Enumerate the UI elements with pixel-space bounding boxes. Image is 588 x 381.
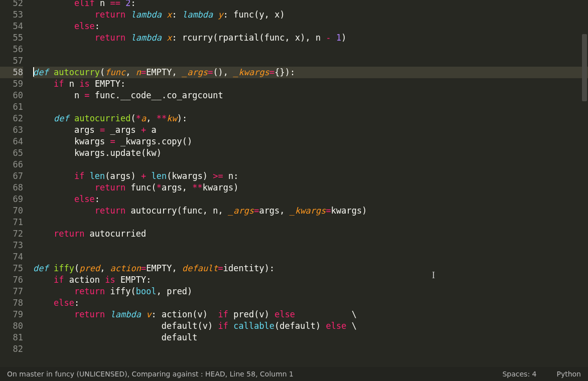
line-number[interactable]: 75 [0, 263, 23, 274]
code-line[interactable]: def iffy(pred, action=EMPTY, default=ide… [33, 263, 588, 274]
token: n [33, 90, 84, 100]
code-line[interactable]: return autocurry(func, n, _args=args, _k… [33, 205, 588, 217]
line-number[interactable]: 52 [0, 0, 23, 9]
line-number[interactable]: 65 [0, 147, 23, 159]
token [105, 309, 110, 319]
token: == [110, 0, 120, 8]
code-line[interactable]: kwargs.update(kw) [33, 147, 588, 159]
token: pred [79, 263, 100, 273]
line-number[interactable]: 55 [0, 32, 23, 44]
token: = [84, 90, 89, 100]
token: n: [223, 171, 239, 181]
line-number[interactable]: 73 [0, 240, 23, 251]
token [125, 33, 130, 43]
line-number[interactable]: 68 [0, 182, 23, 194]
line-number[interactable]: 72 [0, 228, 23, 240]
line-number[interactable]: 56 [0, 44, 23, 55]
text-caret-icon: I [432, 270, 435, 281]
code-line[interactable]: if n is EMPTY: [33, 78, 588, 90]
line-number[interactable]: 77 [0, 286, 23, 297]
code-area[interactable]: 5152535455565758596061626364656667686970… [0, 0, 588, 367]
token: else [54, 298, 74, 308]
status-spaces[interactable]: Spaces: 4 [502, 368, 536, 380]
code-line[interactable]: else: [33, 21, 588, 32]
line-number[interactable]: 74 [0, 251, 23, 263]
line-number[interactable]: 60 [0, 90, 23, 101]
line-number[interactable]: 62 [0, 113, 23, 124]
line-number[interactable]: 69 [0, 194, 23, 205]
code-line[interactable] [33, 240, 588, 251]
line-number[interactable]: 53 [0, 9, 23, 21]
scrollbar-thumb[interactable] [582, 34, 587, 101]
code-line[interactable] [33, 343, 588, 355]
token: else [274, 309, 295, 319]
token: : [74, 298, 79, 308]
token [33, 21, 74, 31]
line-number[interactable]: 71 [0, 217, 23, 228]
code-line[interactable]: return lambda x: lambda y: func(y, x) [33, 9, 588, 21]
code-line[interactable]: default [33, 332, 588, 343]
token [84, 171, 89, 181]
line-number[interactable]: 64 [0, 136, 23, 147]
code-line[interactable] [33, 55, 588, 67]
token: : action(v) [151, 309, 218, 319]
code-line[interactable]: if len(args) + len(kwargs) >= n: [33, 170, 588, 182]
line-number[interactable]: 70 [0, 205, 23, 217]
code-line[interactable]: else: [33, 194, 588, 205]
status-language[interactable]: Python [556, 368, 581, 380]
vertical-scrollbar[interactable] [581, 0, 588, 367]
code-line[interactable] [33, 159, 588, 170]
token: kwargs.update(kw) [33, 148, 162, 158]
token: * [136, 113, 141, 123]
token: _kwargs [233, 67, 269, 77]
code-line[interactable]: return autocurried [33, 228, 588, 240]
line-number[interactable]: 58 [0, 67, 23, 78]
token: = [326, 206, 331, 216]
code-line[interactable]: def autocurried(*a, **kw): [33, 113, 588, 124]
code-line[interactable]: kwargs = _kwargs.copy() [33, 136, 588, 147]
token: action [110, 263, 141, 273]
line-number[interactable]: 79 [0, 309, 23, 320]
code-line[interactable]: return func(*args, **kwargs) [33, 182, 588, 194]
line-number[interactable]: 57 [0, 55, 23, 67]
code-line[interactable]: return lambda x: rcurry(rpartial(func, x… [33, 32, 588, 44]
code-line[interactable]: return iffy(bool, pred) [33, 286, 588, 297]
token: = [110, 136, 115, 146]
line-number[interactable]: 59 [0, 78, 23, 90]
line-number[interactable]: 61 [0, 101, 23, 113]
status-bar: On master in funcy (UNLICENSED), Compari… [0, 367, 588, 381]
code-line[interactable]: default(v) if callable(default) else \ [33, 320, 588, 332]
token: def [33, 263, 49, 273]
code-line[interactable] [33, 44, 588, 55]
line-number[interactable]: 63 [0, 124, 23, 136]
code-line[interactable] [33, 217, 588, 228]
line-number[interactable]: 82 [0, 343, 23, 355]
code-content[interactable]: return func elif n == 2: return lambda x… [27, 0, 588, 367]
code-line[interactable]: args = _args + a [33, 124, 588, 136]
code-line[interactable] [33, 251, 588, 263]
token: ( [131, 113, 136, 123]
line-number[interactable]: 81 [0, 332, 23, 343]
token: lambda [131, 10, 162, 20]
code-line[interactable]: def autocurry(func, n=EMPTY, _args=(), _… [33, 67, 588, 78]
code-line[interactable]: return lambda v: action(v) if pred(v) el… [33, 309, 588, 320]
token: pred(v) [228, 309, 274, 319]
line-number[interactable]: 78 [0, 297, 23, 309]
line-number[interactable]: 76 [0, 274, 23, 286]
line-number[interactable]: 80 [0, 320, 23, 332]
line-number[interactable]: 67 [0, 170, 23, 182]
line-number[interactable]: 54 [0, 21, 23, 32]
line-number-gutter[interactable]: 5152535455565758596061626364656667686970… [0, 0, 27, 367]
token: if [54, 275, 64, 285]
token: - [326, 33, 331, 43]
token [49, 263, 54, 273]
code-line[interactable]: n = func.__code__.co_argcount [33, 90, 588, 101]
code-line[interactable] [33, 101, 588, 113]
token: EMPTY: [90, 79, 126, 89]
token: return [54, 229, 84, 239]
code-line[interactable]: if action is EMPTY: [33, 274, 588, 286]
code-line[interactable]: else: [33, 297, 588, 309]
line-number[interactable]: 66 [0, 159, 23, 170]
token: (default) [274, 321, 326, 331]
code-line[interactable]: elif n == 2: [33, 0, 588, 9]
